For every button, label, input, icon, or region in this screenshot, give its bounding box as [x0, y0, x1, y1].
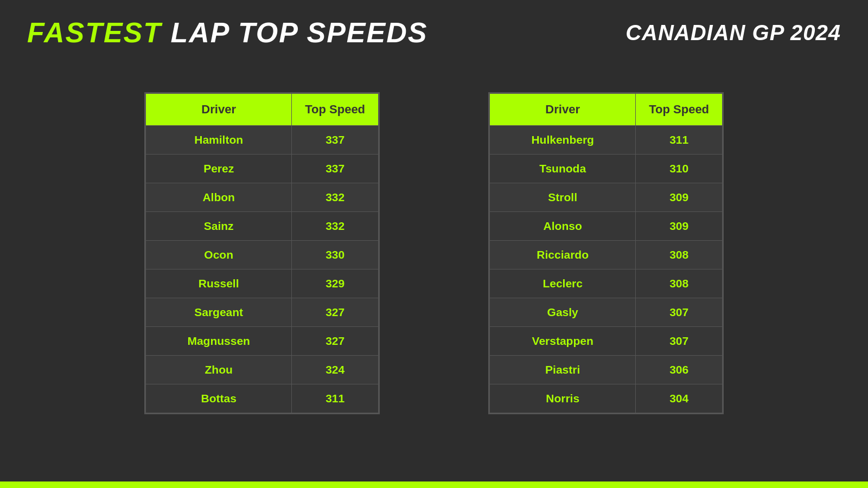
- driver-cell: Ocon: [146, 241, 292, 269]
- speed-cell: 308: [636, 241, 723, 269]
- driver-cell: Albon: [146, 183, 292, 212]
- table-row: Albon332: [146, 183, 379, 212]
- table-row: Alonso309: [490, 212, 723, 241]
- bottom-bar: [0, 481, 868, 488]
- table-row: Zhou324: [146, 356, 379, 384]
- driver-cell: Perez: [146, 155, 292, 183]
- page-header: FASTEST LAP TOP SPEEDS CANADIAN GP 2024: [0, 0, 868, 60]
- table-row: Sargeant327: [146, 298, 379, 327]
- driver-cell: Hamilton: [146, 126, 292, 155]
- driver-cell: Russell: [146, 269, 292, 298]
- driver-cell: Sargeant: [146, 298, 292, 327]
- page-title: FASTEST LAP TOP SPEEDS: [27, 16, 427, 49]
- table-row: Magnussen327: [146, 327, 379, 356]
- table-right: Driver Top Speed Hulkenberg311Tsunoda310…: [489, 93, 723, 413]
- title-rest: LAP TOP SPEEDS: [162, 17, 427, 48]
- speed-cell: 310: [636, 155, 723, 183]
- tables-container: Driver Top Speed Hamilton337Perez337Albo…: [0, 60, 868, 436]
- speed-cell: 332: [292, 183, 379, 212]
- table-left-wrapper: Driver Top Speed Hamilton337Perez337Albo…: [144, 92, 380, 414]
- driver-cell: Tsunoda: [490, 155, 636, 183]
- driver-cell: Gasly: [490, 298, 636, 327]
- table-row: Tsunoda310: [490, 155, 723, 183]
- table-row: Hamilton337: [146, 126, 379, 155]
- speed-cell: 327: [292, 298, 379, 327]
- table-left-driver-header: Driver: [146, 94, 292, 126]
- speed-cell: 332: [292, 212, 379, 241]
- table-right-speed-header: Top Speed: [636, 94, 723, 126]
- table-left: Driver Top Speed Hamilton337Perez337Albo…: [145, 93, 379, 413]
- driver-cell: Verstappen: [490, 327, 636, 356]
- speed-cell: 309: [636, 183, 723, 212]
- table-row: Leclerc308: [490, 269, 723, 298]
- driver-cell: Stroll: [490, 183, 636, 212]
- driver-cell: Bottas: [146, 384, 292, 413]
- speed-cell: 337: [292, 126, 379, 155]
- table-row: Verstappen307: [490, 327, 723, 356]
- speed-cell: 311: [636, 126, 723, 155]
- table-row: Bottas311: [146, 384, 379, 413]
- speed-cell: 309: [636, 212, 723, 241]
- driver-cell: Sainz: [146, 212, 292, 241]
- speed-cell: 311: [292, 384, 379, 413]
- driver-cell: Leclerc: [490, 269, 636, 298]
- speed-cell: 307: [636, 298, 723, 327]
- speed-cell: 308: [636, 269, 723, 298]
- table-row: Hulkenberg311: [490, 126, 723, 155]
- table-row: Sainz332: [146, 212, 379, 241]
- speed-cell: 337: [292, 155, 379, 183]
- table-row: Russell329: [146, 269, 379, 298]
- table-row: Piastri306: [490, 356, 723, 384]
- speed-cell: 324: [292, 356, 379, 384]
- table-row: Stroll309: [490, 183, 723, 212]
- speed-cell: 329: [292, 269, 379, 298]
- event-title: CANADIAN GP 2024: [626, 21, 841, 45]
- speed-cell: 304: [636, 384, 723, 413]
- table-row: Ocon330: [146, 241, 379, 269]
- speed-cell: 327: [292, 327, 379, 356]
- table-row: Norris304: [490, 384, 723, 413]
- table-left-speed-header: Top Speed: [292, 94, 379, 126]
- speed-cell: 330: [292, 241, 379, 269]
- driver-cell: Zhou: [146, 356, 292, 384]
- driver-cell: Piastri: [490, 356, 636, 384]
- driver-cell: Hulkenberg: [490, 126, 636, 155]
- driver-cell: Alonso: [490, 212, 636, 241]
- table-right-driver-header: Driver: [490, 94, 636, 126]
- table-row: Perez337: [146, 155, 379, 183]
- speed-cell: 307: [636, 327, 723, 356]
- driver-cell: Norris: [490, 384, 636, 413]
- driver-cell: Ricciardo: [490, 241, 636, 269]
- title-fastest: FASTEST: [27, 17, 162, 48]
- driver-cell: Magnussen: [146, 327, 292, 356]
- table-row: Ricciardo308: [490, 241, 723, 269]
- table-row: Gasly307: [490, 298, 723, 327]
- speed-cell: 306: [636, 356, 723, 384]
- table-right-wrapper: Driver Top Speed Hulkenberg311Tsunoda310…: [488, 92, 724, 414]
